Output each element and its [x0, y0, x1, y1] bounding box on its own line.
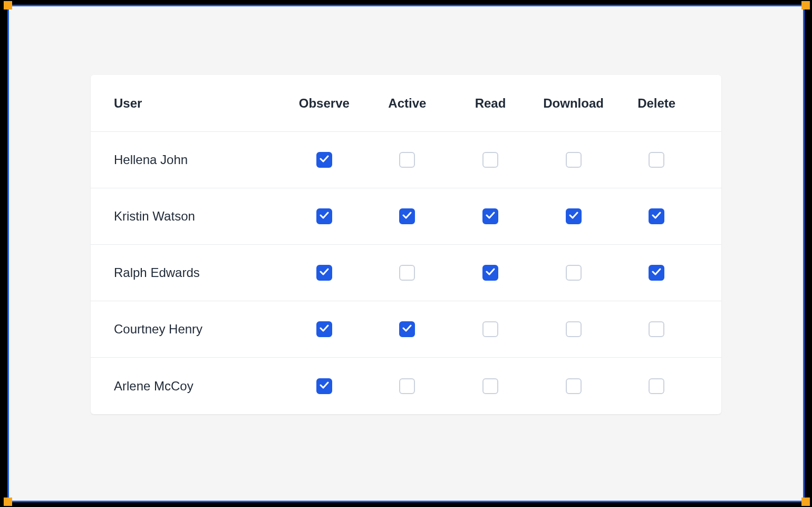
- checkbox-active[interactable]: [399, 152, 415, 168]
- checkbox-read[interactable]: [482, 208, 498, 224]
- checkbox-cell: [283, 378, 366, 394]
- checkbox-cell: [366, 265, 449, 281]
- checkbox-cell: [532, 321, 615, 337]
- check-icon: [486, 268, 495, 278]
- permissions-table-card: User Observe Active Read Download Delete…: [91, 75, 721, 414]
- checkbox-observe[interactable]: [316, 321, 332, 337]
- checkbox-observe[interactable]: [316, 208, 332, 224]
- user-name: Arlene McCoy: [114, 379, 283, 394]
- checkbox-read[interactable]: [482, 378, 498, 394]
- checkbox-cell: [283, 265, 366, 281]
- checkbox-cell: [615, 321, 698, 337]
- checkbox-delete[interactable]: [649, 378, 664, 394]
- column-header-user: User: [114, 96, 283, 111]
- column-header-download: Download: [532, 96, 615, 111]
- check-icon: [652, 268, 661, 278]
- check-icon: [402, 212, 412, 221]
- column-header-active: Active: [366, 96, 449, 111]
- checkbox-read[interactable]: [482, 265, 498, 281]
- canvas: User Observe Active Read Download Delete…: [9, 6, 803, 501]
- check-icon: [486, 212, 495, 221]
- checkbox-active[interactable]: [399, 265, 415, 281]
- table-row: Ralph Edwards: [91, 245, 721, 301]
- checkbox-cell: [366, 378, 449, 394]
- checkbox-download[interactable]: [566, 265, 582, 281]
- checkbox-observe[interactable]: [316, 265, 332, 281]
- check-icon: [320, 212, 329, 221]
- checkbox-cell: [615, 208, 698, 224]
- table-row: Courtney Henry: [91, 301, 721, 358]
- check-icon: [652, 212, 661, 221]
- checkbox-cell: [283, 321, 366, 337]
- permissions-table: User Observe Active Read Download Delete…: [91, 75, 721, 414]
- checkbox-cell: [532, 265, 615, 281]
- selection-handle-bl[interactable]: [4, 498, 12, 506]
- checkbox-cell: [449, 378, 532, 394]
- checkbox-cell: [449, 208, 532, 224]
- checkbox-download[interactable]: [566, 321, 582, 337]
- checkbox-cell: [366, 321, 449, 337]
- checkbox-active[interactable]: [399, 208, 415, 224]
- checkbox-delete[interactable]: [649, 152, 664, 168]
- checkbox-observe[interactable]: [316, 152, 332, 168]
- user-name: Kristin Watson: [114, 209, 283, 224]
- checkbox-delete[interactable]: [649, 321, 664, 337]
- column-header-observe: Observe: [283, 96, 366, 111]
- check-icon: [320, 324, 329, 334]
- checkbox-cell: [449, 321, 532, 337]
- checkbox-active[interactable]: [399, 378, 415, 394]
- checkbox-cell: [283, 208, 366, 224]
- table-row: Hellena John: [91, 132, 721, 188]
- table-header-row: User Observe Active Read Download Delete: [91, 75, 721, 132]
- checkbox-cell: [449, 152, 532, 168]
- checkbox-observe[interactable]: [316, 378, 332, 394]
- check-icon: [402, 324, 412, 334]
- check-icon: [569, 212, 578, 221]
- checkbox-cell: [532, 152, 615, 168]
- user-name: Hellena John: [114, 152, 283, 167]
- selection-handle-tl[interactable]: [4, 1, 12, 9]
- table-row: Arlene McCoy: [91, 358, 721, 414]
- column-header-read: Read: [449, 96, 532, 111]
- checkbox-read[interactable]: [482, 321, 498, 337]
- checkbox-delete[interactable]: [649, 265, 664, 281]
- check-icon: [320, 268, 329, 278]
- user-name: Courtney Henry: [114, 322, 283, 337]
- checkbox-cell: [615, 152, 698, 168]
- selection-handle-br[interactable]: [801, 498, 810, 506]
- check-icon: [320, 155, 329, 165]
- checkbox-cell: [615, 378, 698, 394]
- checkbox-download[interactable]: [566, 152, 582, 168]
- check-icon: [320, 381, 329, 391]
- checkbox-active[interactable]: [399, 321, 415, 337]
- checkbox-cell: [283, 152, 366, 168]
- checkbox-cell: [449, 265, 532, 281]
- checkbox-cell: [366, 208, 449, 224]
- design-frame: User Observe Active Read Download Delete…: [7, 5, 805, 502]
- checkbox-cell: [615, 265, 698, 281]
- checkbox-download[interactable]: [566, 208, 582, 224]
- user-name: Ralph Edwards: [114, 265, 283, 280]
- selection-handle-tr[interactable]: [801, 1, 810, 9]
- column-header-delete: Delete: [615, 96, 698, 111]
- checkbox-cell: [532, 378, 615, 394]
- checkbox-delete[interactable]: [649, 208, 664, 224]
- checkbox-cell: [532, 208, 615, 224]
- checkbox-cell: [366, 152, 449, 168]
- checkbox-download[interactable]: [566, 378, 582, 394]
- table-row: Kristin Watson: [91, 188, 721, 245]
- checkbox-read[interactable]: [482, 152, 498, 168]
